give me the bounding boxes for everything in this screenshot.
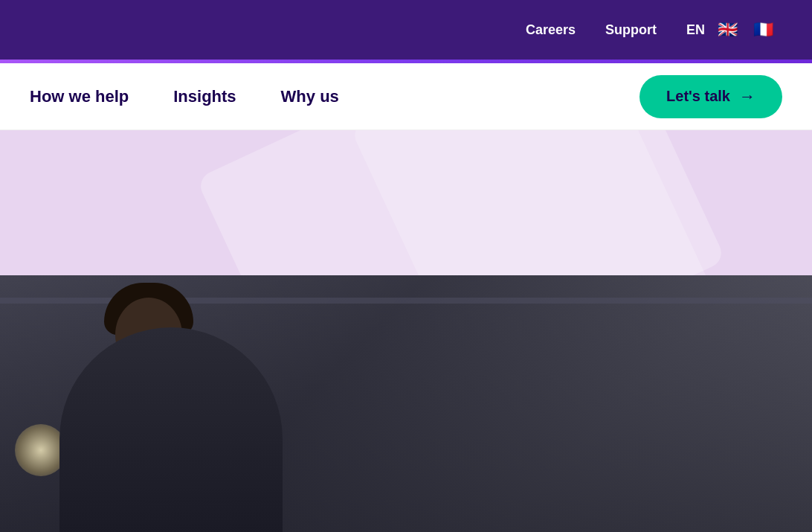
cta-label: Let's talk <box>666 88 730 105</box>
main-nav: How we help Insights Why us Let's talk → <box>0 63 812 130</box>
careers-link[interactable]: Careers <box>526 22 576 38</box>
nav-why-us[interactable]: Why us <box>281 87 339 106</box>
top-bar: Careers Support EN 🇬🇧 🇫🇷 <box>0 0 812 60</box>
support-link[interactable]: Support <box>605 22 657 38</box>
nav-how-we-help[interactable]: How we help <box>30 87 129 106</box>
cta-arrow-icon: → <box>739 87 755 106</box>
language-section: EN 🇬🇧 🇫🇷 <box>686 16 776 43</box>
lets-talk-button[interactable]: Let's talk → <box>639 75 782 118</box>
photo-section <box>0 275 812 532</box>
hero-section <box>0 130 812 275</box>
flag-uk-icon[interactable]: 🇬🇧 <box>714 16 741 43</box>
lang-label[interactable]: EN <box>686 22 705 38</box>
flag-fr-icon[interactable]: 🇫🇷 <box>750 16 776 43</box>
nav-insights[interactable]: Insights <box>173 87 236 106</box>
